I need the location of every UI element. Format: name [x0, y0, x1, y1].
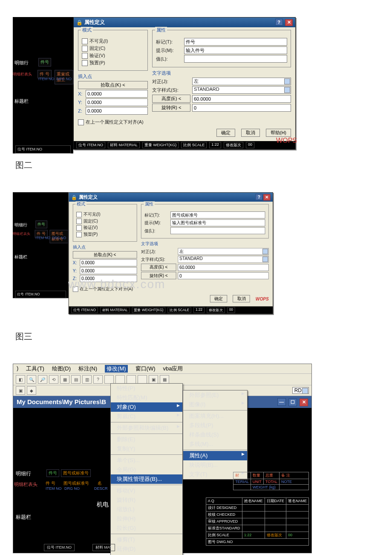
submenu-item[interactable]: 块说明(B)...	[183, 460, 247, 470]
height-input[interactable]	[192, 95, 291, 103]
menu-item[interactable]: 移动(V)	[111, 486, 182, 495]
menu-item[interactable]: 拉长(G)	[111, 523, 182, 533]
value-input[interactable]	[184, 55, 287, 63]
help-icon[interactable]: ?	[275, 19, 283, 26]
toolbar-button[interactable]: 🔍	[27, 375, 36, 384]
dialog-titlebar[interactable]: 🔒属性定义 ? ✕	[74, 17, 295, 27]
submenu-item[interactable]: 多线(M)...	[183, 439, 247, 449]
tool-icon[interactable]: ▣	[16, 386, 25, 395]
prompt-input[interactable]	[170, 219, 265, 226]
z-input[interactable]	[86, 107, 148, 115]
ok-button[interactable]: 确定	[210, 295, 227, 302]
menu-item[interactable]: 块属性管理器(B)...	[111, 474, 182, 484]
value-input[interactable]	[170, 227, 265, 234]
submenu-item[interactable]: 图案填充(H)...	[183, 411, 247, 421]
toolbar-button[interactable]	[127, 375, 136, 384]
justify-combo[interactable]: 左	[178, 248, 268, 255]
rotation-input[interactable]	[192, 104, 291, 112]
toolbar-button[interactable]: ▤	[71, 375, 81, 384]
menu-item[interactable]: 拉伸(H)	[111, 514, 182, 523]
close-icon[interactable]: ✕	[300, 399, 308, 406]
rotation-input[interactable]	[178, 272, 268, 279]
textstyle-combo[interactable]: STANDARD	[192, 86, 291, 94]
toolbar-button[interactable]	[138, 375, 147, 384]
menu-item[interactable]: 缩放(L)	[111, 505, 182, 514]
cell-item-no[interactable]: 件号	[38, 58, 51, 66]
rotation-button[interactable]: 旋转(R) <	[141, 272, 176, 279]
menu-item[interactable]: 单个(S)...	[111, 456, 182, 465]
toolbar-button[interactable]: ▦	[60, 375, 69, 384]
submenu-item[interactable]: 图像(I)	[183, 400, 247, 409]
cell-item-no[interactable]: 件号	[46, 469, 59, 477]
menu-dimension[interactable]: 标注(N)	[78, 365, 97, 373]
verify-checkbox[interactable]	[82, 53, 88, 59]
menu-item[interactable]: 旋转(R)	[111, 495, 182, 505]
height-button[interactable]: 高度(E) <	[152, 95, 190, 103]
y-input[interactable]	[80, 267, 137, 275]
menu-vba[interactable]: vba应用	[163, 365, 183, 373]
close-icon[interactable]: ✕	[263, 194, 271, 200]
submenu-item[interactable]: 多段线(P)	[183, 421, 247, 430]
toolbar-button[interactable]: 🔎	[38, 375, 47, 384]
cell-item-no[interactable]: 件号	[35, 220, 47, 228]
rotation-button[interactable]: 旋转(R) <	[152, 104, 190, 112]
preset-checkbox[interactable]	[82, 60, 88, 66]
submenu-item[interactable]: 属性(A)	[183, 451, 247, 460]
cancel-button[interactable]: 取消	[241, 129, 260, 137]
minimize-icon[interactable]: —	[277, 398, 286, 406]
height-input[interactable]	[178, 264, 268, 271]
x-input[interactable]	[80, 259, 137, 266]
submenu-item[interactable]: 外部参照(E)	[183, 390, 247, 400]
height-button[interactable]: 高度(E) <	[141, 263, 176, 271]
drawing-area[interactable]: 特性(P)特性匹配(M)对象(O)剪裁(C)外部参照和块编辑(B)删除(E)复制…	[13, 408, 311, 553]
menu-item[interactable]: 全局(G)	[111, 465, 182, 474]
pick-point-button[interactable]: 拾取点(K) <	[73, 251, 137, 258]
maximize-icon[interactable]: ☐	[288, 399, 297, 406]
toolbar-button[interactable]: ⟲	[49, 375, 58, 384]
menu-item[interactable]: 复制(Y)	[111, 444, 182, 454]
menu-item[interactable]: 特性(P)	[111, 384, 182, 393]
menu-window[interactable]: 窗口(W)	[135, 365, 156, 373]
tag-input[interactable]	[170, 211, 265, 219]
invisible-checkbox[interactable]	[82, 38, 88, 44]
help-icon[interactable]: ?	[255, 194, 262, 200]
help-button[interactable]: 帮助(H)	[266, 129, 291, 137]
menu-item[interactable]: 延伸(D)	[111, 544, 182, 554]
z-input[interactable]	[80, 275, 137, 282]
submenu-item[interactable]: 样条曲线(S)	[183, 430, 247, 439]
toolbar-button[interactable]: ◧	[16, 375, 25, 384]
align-below-checkbox[interactable]	[78, 119, 84, 125]
toolbar-button[interactable]	[104, 375, 114, 384]
align-below-checkbox[interactable]	[73, 286, 78, 292]
ok-button[interactable]: 确定	[216, 129, 235, 137]
invisible-checkbox[interactable]	[76, 212, 82, 217]
pick-point-button[interactable]: 拾取点(K) <	[78, 81, 148, 89]
toolbar-button[interactable]: ▦	[160, 375, 169, 384]
x-input[interactable]	[86, 90, 148, 98]
menu-item[interactable]: 对象(O)	[111, 402, 182, 412]
menu-item[interactable]: 剪裁(C)	[111, 412, 182, 421]
menu-item[interactable]: 外部参照和块编辑(B)	[111, 423, 182, 433]
cell-drg-no[interactable]: 图号或标准号	[61, 469, 91, 477]
toolbar-button[interactable]: ?	[93, 375, 103, 384]
menu-item[interactable]: 特性匹配(M)	[111, 393, 182, 402]
menu-tools[interactable]: 工具(T)	[26, 365, 44, 373]
tool-icon[interactable]: ◆	[27, 386, 36, 395]
toolbar-button[interactable]: ▣	[149, 375, 158, 384]
menu-item[interactable]: 修剪(T)	[111, 535, 182, 544]
justify-combo[interactable]: 左	[192, 78, 291, 85]
prompt-input[interactable]	[184, 46, 287, 54]
menu-modify[interactable]: 修改(M)	[105, 365, 128, 373]
menu-item[interactable]: 打断(K)	[111, 554, 182, 555]
toolbar-button[interactable]	[115, 375, 125, 384]
verify-checkbox[interactable]	[76, 225, 82, 231]
constant-checkbox[interactable]	[76, 218, 82, 224]
cancel-button[interactable]: 取消	[233, 295, 250, 302]
y-input[interactable]	[86, 98, 148, 106]
textstyle-combo[interactable]: STANDARD	[178, 256, 268, 263]
constant-checkbox[interactable]	[82, 46, 88, 52]
dialog-titlebar[interactable]: 🔒属性定义 ?✕	[69, 193, 273, 202]
close-icon[interactable]: ✕	[285, 19, 293, 26]
menu-item[interactable]: 删除(E)	[111, 435, 182, 444]
tag-input[interactable]	[184, 38, 287, 46]
